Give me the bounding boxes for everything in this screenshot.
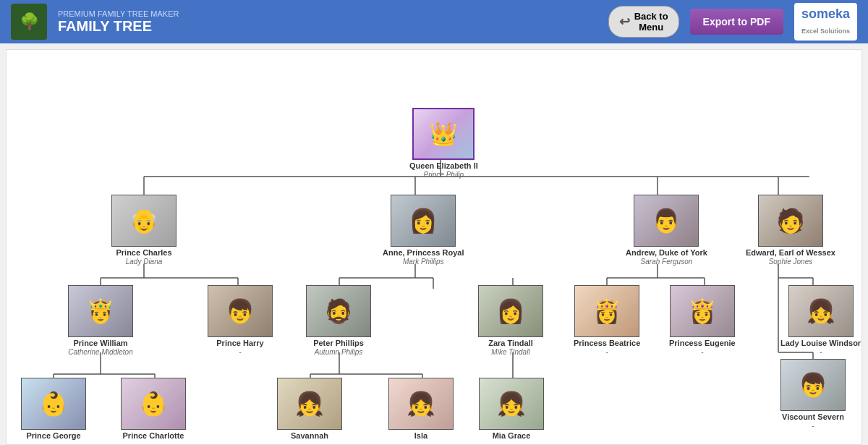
tree-area: 👑 Queen Elizabeth II Prince Philip 👴 Pri… — [6, 49, 862, 445]
person-louise: 👧 Lady Louise Windsor - — [780, 285, 861, 357]
savannah-spouse: - — [308, 441, 310, 445]
mia-spouse: - — [510, 441, 512, 445]
person-viscount: 👦 Viscount Severn - — [780, 359, 846, 431]
harry-name: Prince Harry — [216, 339, 263, 348]
export-label: Export to PDF — [703, 16, 770, 27]
person-zara: 👩 Zara Tindall Mike Tindall — [478, 285, 543, 357]
back-to-menu-button[interactable]: ↩ Back toMenu — [608, 6, 679, 38]
person-andrew: 👨 Andrew, Duke of York Sarah Ferguson — [626, 195, 707, 266]
back-arrow-icon: ↩ — [619, 14, 630, 30]
eugenie-name: Princess Eugenie — [669, 339, 736, 348]
charles-spouse: Lady Diana — [126, 258, 163, 266]
anne-name: Anne, Princess Royal — [383, 248, 464, 258]
andrew-spouse: Sarah Ferguson — [641, 258, 693, 266]
mia-name: Mia Grace — [493, 431, 531, 441]
person-george: 👶 Prince George - — [21, 378, 86, 445]
queen-name: Queen Elizabeth II — [409, 161, 478, 171]
person-harry: 👦 Prince Harry - — [208, 285, 273, 357]
peter-spouse: Autumn Philips — [315, 348, 363, 357]
back-label: Back toMenu — [634, 11, 668, 33]
person-anne: 👩 Anne, Princess Royal Mark Phillips — [383, 195, 464, 266]
person-william: 🤴 Prince William Catherine Middleton — [68, 285, 133, 357]
beatrice-name: Princess Beatrice — [574, 339, 640, 348]
anne-spouse: Mark Phillips — [403, 258, 444, 266]
beatrice-spouse: - — [606, 348, 608, 357]
charlotte-name: Prince Charlotte — [123, 431, 184, 441]
william-name: Prince William — [73, 339, 127, 348]
isla-name: Isla — [414, 431, 427, 441]
harry-spouse: - — [239, 348, 241, 357]
header: 🌳 PREMIUM FAMILY TREE MAKER FAMILY TREE … — [0, 0, 868, 43]
person-queen-elizabeth: 👑 Queen Elizabeth II Prince Philip — [409, 108, 478, 179]
eugenie-spouse: - — [701, 348, 703, 357]
louise-spouse: - — [820, 348, 822, 357]
zara-name: Zara Tindall — [488, 339, 533, 348]
person-mia: 👧 Mia Grace - — [479, 378, 544, 445]
george-spouse: - — [52, 441, 54, 445]
charles-name: Prince Charles — [116, 248, 171, 258]
app-title: FAMILY TREE — [58, 18, 179, 35]
viscount-name: Viscount Severn — [782, 412, 844, 422]
export-pdf-button[interactable]: Export to PDF — [690, 9, 783, 35]
person-charlotte: 👶 Prince Charlotte - — [121, 378, 186, 445]
viscount-spouse: - — [812, 422, 814, 431]
person-peter: 🧔 Peter Phillips Autumn Philips — [306, 285, 371, 357]
edward-name: Edward, Earl of Wessex — [746, 248, 835, 258]
louise-name: Lady Louise Windsor — [780, 339, 861, 348]
edward-spouse: Sophie Jones — [769, 258, 813, 266]
peter-name: Peter Phillips — [313, 339, 364, 348]
person-isla: 👧 Isla - — [388, 378, 454, 445]
app-logo: 🌳 — [11, 4, 47, 40]
person-edward: 🧑 Edward, Earl of Wessex Sophie Jones — [746, 195, 835, 266]
person-beatrice: 👸 Princess Beatrice - — [574, 285, 640, 357]
person-eugenie: 👸 Princess Eugenie - — [669, 285, 736, 357]
george-name: Prince George — [26, 431, 80, 441]
brand-name: somekaExcel Solutions — [801, 7, 850, 36]
person-prince-charles: 👴 Prince Charles Lady Diana — [111, 195, 176, 266]
isla-spouse: - — [420, 441, 422, 445]
zara-spouse: Mike Tindall — [491, 348, 529, 357]
brand-logo: somekaExcel Solutions — [794, 3, 857, 41]
william-spouse: Catherine Middleton — [68, 348, 133, 357]
queen-spouse: Prince Philip — [424, 171, 464, 179]
andrew-name: Andrew, Duke of York — [626, 248, 707, 258]
savannah-name: Savannah — [291, 431, 328, 441]
charlotte-spouse: - — [152, 441, 154, 445]
app-subtitle: PREMIUM FAMILY TREE MAKER — [58, 9, 179, 18]
person-savannah: 👧 Savannah - — [277, 378, 342, 445]
